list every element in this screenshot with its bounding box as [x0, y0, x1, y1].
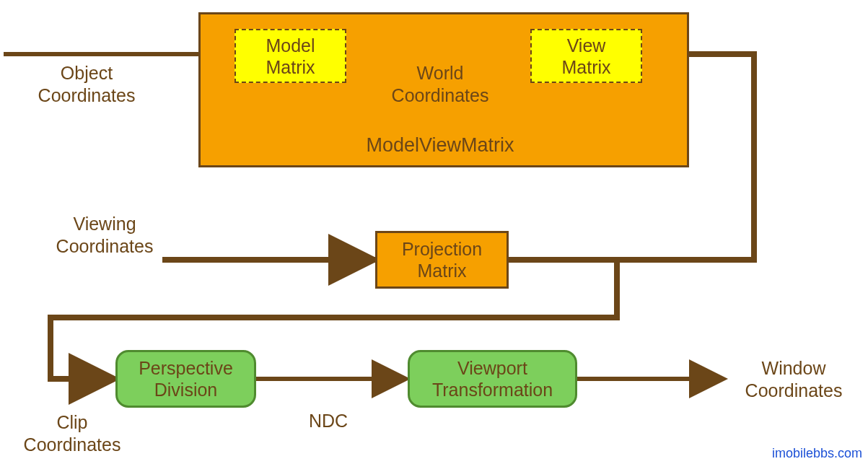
viewport-transformation-box: ViewportTransformation	[408, 350, 577, 408]
ndc-label: NDC	[285, 410, 372, 432]
world-coordinates-label: WorldCoordinates	[368, 62, 512, 108]
viewport-transformation-label: ViewportTransformation	[432, 357, 553, 400]
model-matrix-label: ModelMatrix	[266, 35, 315, 78]
watermark-text: imobilebbs.com	[772, 446, 862, 461]
clip-coordinates-label: ClipCoordinates	[7, 411, 137, 457]
perspective-division-label: PerspectiveDivision	[139, 357, 233, 400]
modelview-matrix-label: ModelViewMatrix	[296, 133, 584, 158]
perspective-division-box: PerspectiveDivision	[115, 350, 256, 408]
viewing-coordinates-label: ViewingCoordinates	[40, 213, 170, 258]
view-matrix-box: ViewMatrix	[530, 29, 642, 83]
object-coordinates-label: ObjectCoordinates	[22, 62, 152, 108]
model-matrix-box: ModelMatrix	[234, 29, 346, 83]
projection-matrix-box: ProjectionMatrix	[375, 231, 509, 289]
window-coordinates-label: WindowCoordinates	[729, 357, 859, 403]
projection-matrix-label: ProjectionMatrix	[402, 238, 482, 281]
view-matrix-label: ViewMatrix	[561, 35, 610, 78]
